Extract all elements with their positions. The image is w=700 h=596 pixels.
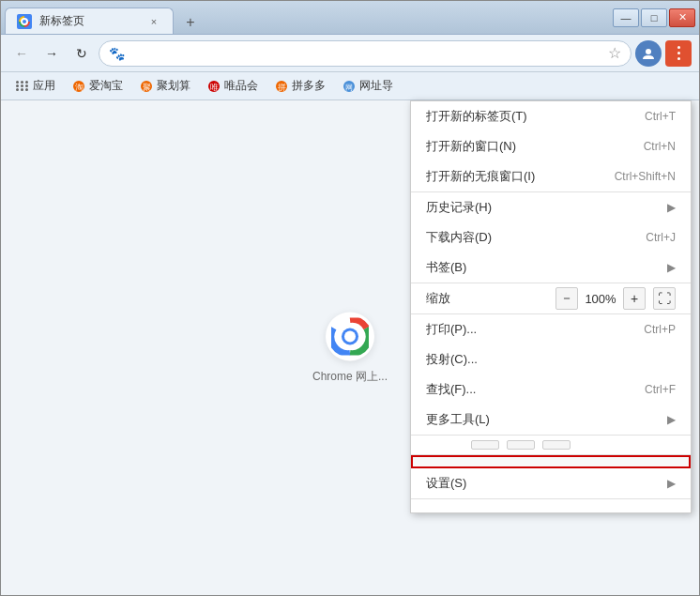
new-tab-shortcut: Ctrl+T (645, 110, 676, 123)
back-button[interactable]: ← (8, 40, 35, 67)
zoom-percent-display: 100% (582, 292, 619, 306)
address-input[interactable] (130, 46, 602, 60)
cut-button[interactable] (471, 440, 499, 450)
menu-item-more-tools[interactable]: 更多工具(L) ▶ (411, 405, 691, 435)
main-content: Chrome 网上... 打开新的标签页(T) Ctrl+T 打开新的窗口(N)… (1, 100, 699, 595)
bookmarks-bar: 应用 淘 爱淘宝 聚 聚划算 唯 唯品会 拼 拼多多 网 网址导 (1, 72, 699, 100)
menu-item-new-window[interactable]: 打开新的窗口(N) Ctrl+N (411, 131, 691, 161)
apps-button[interactable]: 应用 (8, 75, 63, 97)
copy-button[interactable] (507, 440, 535, 450)
svg-point-2 (646, 49, 651, 54)
tab-title: 新标签页 (39, 13, 139, 29)
new-tab-button[interactable]: + (177, 11, 204, 34)
wangzhi-icon: 网 (342, 80, 356, 93)
taobao-icon: 淘 (72, 80, 85, 93)
zoom-fullscreen-button[interactable]: ⛶ (653, 287, 676, 310)
incognito-label: 打开新的无痕窗口(I) (426, 168, 600, 185)
menu-item-bookmarks[interactable]: 书签(B) ▶ (411, 252, 691, 283)
menu-section-settings: 设置(S) ▶ (411, 455, 691, 499)
more-tools-label: 更多工具(L) (426, 411, 660, 428)
menu-item-incognito[interactable]: 打开新的无痕窗口(I) Ctrl+Shift+N (411, 161, 691, 191)
browser-window: 新标签页 × + — □ ✕ ← → ↻ 🐾 ☆ (0, 0, 700, 596)
svg-point-15 (344, 330, 356, 342)
menu-dot-2 (677, 52, 680, 54)
menu-item-history[interactable]: 历史记录(H) ▶ (411, 192, 691, 222)
help-label: 设置(S) (426, 475, 660, 492)
menu-item-exit[interactable] (411, 499, 691, 512)
paste-button[interactable] (542, 440, 571, 450)
cast-label: 投射(C)... (426, 351, 676, 368)
minimize-button[interactable]: — (613, 8, 639, 27)
vipshop-icon: 唯 (207, 80, 221, 93)
menu-item-find[interactable]: 查找(F)... Ctrl+F (411, 374, 691, 405)
history-label: 历史记录(H) (426, 199, 660, 216)
more-tools-arrow: ▶ (667, 413, 676, 426)
new-window-shortcut: Ctrl+N (644, 140, 676, 153)
bookmarks-arrow: ▶ (667, 261, 676, 274)
menu-item-help[interactable]: 设置(S) ▶ (411, 468, 691, 498)
svg-point-1 (23, 20, 26, 23)
paw-icon: 🐾 (109, 46, 125, 61)
history-arrow: ▶ (667, 201, 676, 214)
profile-button[interactable] (635, 40, 662, 67)
downloads-shortcut: Ctrl+J (646, 231, 676, 244)
svg-text:聚: 聚 (143, 83, 151, 92)
toolbar: ← → ↻ 🐾 ☆ (1, 35, 699, 72)
menu-section-new: 打开新的标签页(T) Ctrl+T 打开新的窗口(N) Ctrl+N 打开新的无… (411, 101, 691, 192)
dropdown-menu: 打开新的标签页(T) Ctrl+T 打开新的窗口(N) Ctrl+N 打开新的无… (410, 100, 692, 513)
zoom-minus-button[interactable]: － (555, 287, 578, 310)
menu-item-new-tab[interactable]: 打开新的标签页(T) Ctrl+T (411, 101, 691, 131)
bookmark-wangzhi[interactable]: 网 网址导 (335, 75, 401, 97)
bookmark-vipshop[interactable]: 唯 唯品会 (200, 75, 266, 97)
juhuasuan-icon: 聚 (140, 80, 153, 93)
zoom-label: 缩放 (426, 290, 555, 307)
menu-item-downloads[interactable]: 下载内容(D) Ctrl+J (411, 222, 691, 252)
bookmark-juhuasuan[interactable]: 聚 聚划算 (132, 75, 198, 97)
title-bar: 新标签页 × + — □ ✕ (1, 1, 699, 35)
pinduoduo-icon: 拼 (275, 80, 288, 93)
window-controls: — □ ✕ (613, 8, 699, 27)
new-tab-label: 打开新的标签页(T) (426, 108, 630, 125)
apps-label: 应用 (33, 78, 55, 94)
address-bar[interactable]: 🐾 ☆ (99, 40, 632, 67)
zoom-controls: － 100% + ⛶ (555, 287, 676, 310)
menu-dot-3 (677, 57, 680, 60)
menu-item-settings[interactable] (411, 455, 691, 468)
print-shortcut: Ctrl+P (644, 323, 676, 336)
downloads-label: 下载内容(D) (426, 229, 631, 246)
svg-text:网: 网 (345, 84, 353, 92)
menu-item-cast[interactable]: 投射(C)... (411, 344, 691, 374)
tab-area: 新标签页 × + (5, 1, 613, 34)
bookmarks-menu-label: 书签(B) (426, 259, 660, 276)
svg-text:唯: 唯 (210, 83, 219, 92)
find-shortcut: Ctrl+F (645, 383, 676, 396)
help-arrow: ▶ (667, 477, 676, 490)
tab-close-btn[interactable]: × (146, 14, 161, 29)
new-window-label: 打开新的窗口(N) (426, 138, 629, 155)
tab-favicon (17, 14, 32, 29)
apps-grid-icon (16, 81, 29, 91)
maximize-button[interactable]: □ (641, 8, 667, 27)
chrome-menu-button[interactable] (665, 40, 692, 67)
bookmark-taobao[interactable]: 淘 爱淘宝 (65, 75, 130, 97)
incognito-shortcut: Ctrl+Shift+N (615, 170, 676, 183)
print-label: 打印(P)... (426, 321, 629, 338)
bookmark-pinduoduo[interactable]: 拼 拼多多 (267, 75, 333, 97)
svg-text:淘: 淘 (75, 83, 84, 92)
zoom-plus-button[interactable]: + (623, 287, 646, 310)
chrome-logo-svg (331, 317, 369, 355)
menu-dot-1 (677, 46, 680, 49)
toolbar-right (635, 40, 692, 67)
active-tab[interactable]: 新标签页 × (5, 8, 174, 34)
menu-section-tools: 打印(P)... Ctrl+P 投射(C)... 查找(F)... Ctrl+F… (411, 314, 691, 436)
chrome-label: Chrome 网上... (312, 368, 388, 384)
bookmark-star-icon[interactable]: ☆ (608, 44, 621, 62)
refresh-button[interactable]: ↻ (68, 40, 95, 67)
close-button[interactable]: ✕ (669, 8, 695, 27)
svg-text:拼: 拼 (278, 83, 286, 92)
chrome-logo (326, 312, 374, 360)
menu-section-exit (411, 499, 691, 512)
forward-button[interactable]: → (38, 40, 65, 67)
menu-item-print[interactable]: 打印(P)... Ctrl+P (411, 314, 691, 344)
find-label: 查找(F)... (426, 381, 630, 398)
